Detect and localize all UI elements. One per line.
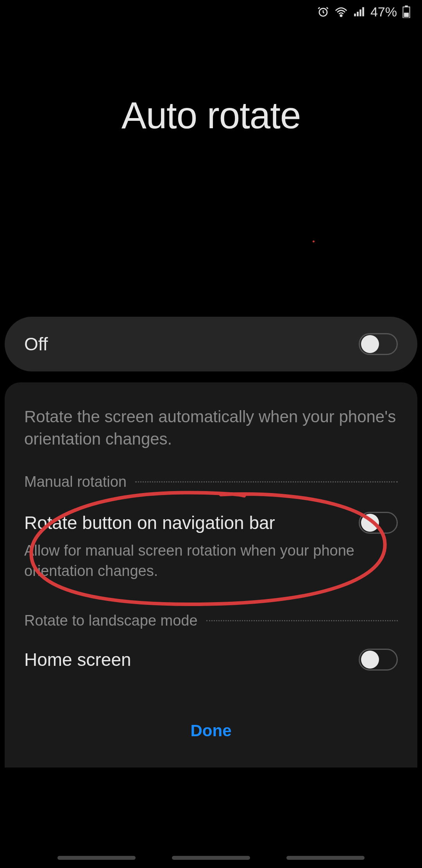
battery-percent: 47% <box>370 4 397 20</box>
svg-rect-5 <box>362 7 364 16</box>
nav-recent-button[interactable] <box>57 856 136 860</box>
rotate-button-switch[interactable] <box>359 512 398 534</box>
nav-home-button[interactable] <box>172 856 250 860</box>
navigation-bar <box>0 848 422 868</box>
svg-point-1 <box>340 15 342 16</box>
main-toggle-switch[interactable] <box>359 333 398 355</box>
svg-rect-3 <box>357 12 359 16</box>
svg-rect-8 <box>404 13 409 17</box>
home-screen-switch[interactable] <box>359 649 398 671</box>
page-title: Auto rotate <box>0 94 422 137</box>
alarm-icon <box>317 6 329 18</box>
signal-icon <box>353 6 365 17</box>
annotation-dot <box>313 240 315 242</box>
svg-rect-4 <box>359 9 361 16</box>
main-toggle-row[interactable]: Off <box>5 317 417 371</box>
wifi-icon <box>334 6 348 18</box>
rotate-button-title: Rotate button on navigation bar <box>24 512 275 533</box>
divider-dotted <box>206 620 398 621</box>
rotate-button-row[interactable]: Rotate button on navigation bar <box>24 512 398 534</box>
battery-icon <box>402 5 410 18</box>
home-screen-label: Home screen <box>24 649 131 670</box>
auto-rotate-description: Rotate the screen automatically when you… <box>24 406 398 450</box>
nav-back-button[interactable] <box>286 856 365 860</box>
settings-card: Rotate the screen automatically when you… <box>5 382 417 768</box>
divider-dotted <box>135 481 398 482</box>
done-button[interactable]: Done <box>24 717 398 752</box>
home-screen-row[interactable]: Home screen <box>24 649 398 671</box>
rotate-button-subtitle: Allow for manual screen rotation when yo… <box>24 541 398 581</box>
section-header-manual-label: Manual rotation <box>24 473 127 490</box>
status-bar: 47% <box>0 0 422 23</box>
section-header-landscape-label: Rotate to landscape mode <box>24 612 198 629</box>
section-header-manual: Manual rotation <box>24 473 398 490</box>
section-header-landscape: Rotate to landscape mode <box>24 612 398 629</box>
svg-rect-2 <box>354 14 356 16</box>
main-toggle-label: Off <box>24 334 48 355</box>
